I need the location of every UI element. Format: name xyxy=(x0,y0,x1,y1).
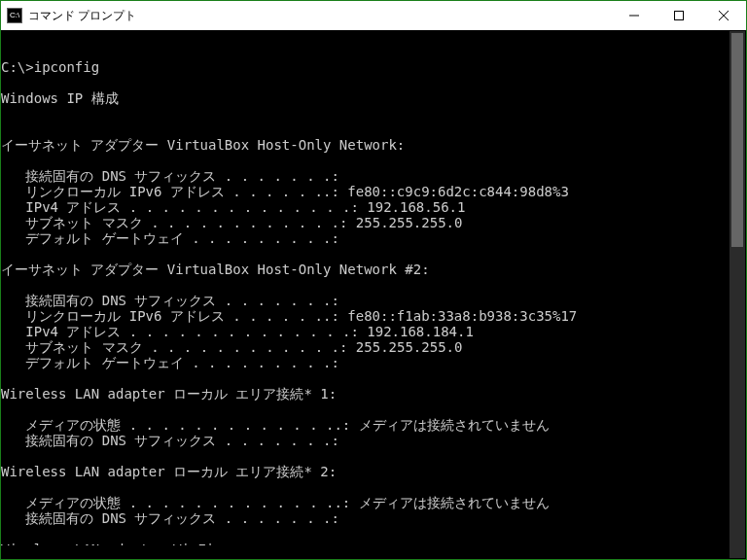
cmd-icon: C:\ xyxy=(7,8,22,23)
minimize-button[interactable] xyxy=(612,1,657,30)
vertical-scrollbar[interactable] xyxy=(729,31,745,558)
scrollbar-thumb[interactable] xyxy=(731,33,743,247)
maximize-button[interactable] xyxy=(657,1,701,30)
svg-rect-1 xyxy=(675,12,684,20)
window-title: コマンド プロンプト xyxy=(28,8,136,24)
command-prompt-window: C:\ コマンド プロンプト C:\>ipconfig Windows IP 構… xyxy=(0,0,747,560)
terminal-output[interactable]: C:\>ipconfig Windows IP 構成 イーサネット アダプター … xyxy=(1,44,746,545)
close-button[interactable] xyxy=(701,1,746,30)
window-controls xyxy=(612,1,746,30)
titlebar[interactable]: C:\ コマンド プロンプト xyxy=(1,1,746,30)
